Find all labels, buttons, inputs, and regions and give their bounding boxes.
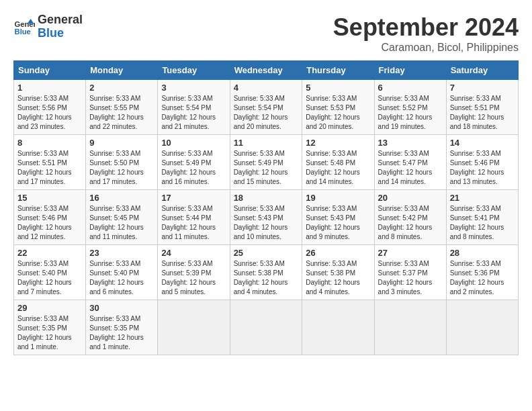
calendar-week-row: 1Sunrise: 5:33 AMSunset: 5:56 PMDaylight… (14, 80, 519, 135)
table-row: 4Sunrise: 5:33 AMSunset: 5:54 PMDaylight… (230, 80, 302, 135)
table-row: 16Sunrise: 5:33 AMSunset: 5:45 PMDayligh… (86, 190, 158, 245)
table-row: 25Sunrise: 5:33 AMSunset: 5:38 PMDayligh… (230, 245, 302, 300)
day-number: 27 (378, 248, 443, 258)
day-number: 28 (450, 248, 515, 258)
day-info: Sunrise: 5:33 AMSunset: 5:38 PMDaylight:… (306, 259, 370, 297)
day-number: 18 (234, 193, 299, 203)
table-row: 18Sunrise: 5:33 AMSunset: 5:43 PMDayligh… (230, 190, 302, 245)
location-subtitle: Caramoan, Bicol, Philippines (333, 42, 519, 54)
day-info: Sunrise: 5:33 AMSunset: 5:35 PMDaylight:… (89, 314, 154, 352)
logo: General Blue General Blue (13, 13, 83, 40)
table-row: 12Sunrise: 5:33 AMSunset: 5:48 PMDayligh… (302, 135, 374, 190)
calendar-header-row: Sunday Monday Tuesday Wednesday Thursday… (14, 61, 519, 80)
title-block: September 2024 Caramoan, Bicol, Philippi… (333, 13, 519, 54)
logo-text-general: General (38, 13, 83, 27)
day-info: Sunrise: 5:33 AMSunset: 5:52 PMDaylight:… (378, 94, 443, 132)
day-number: 24 (161, 248, 226, 258)
day-number: 1 (17, 83, 82, 93)
day-number: 22 (17, 248, 82, 258)
day-info: Sunrise: 5:33 AMSunset: 5:48 PMDaylight:… (306, 149, 370, 187)
day-number: 16 (89, 193, 154, 203)
table-row: 13Sunrise: 5:33 AMSunset: 5:47 PMDayligh… (374, 135, 446, 190)
day-info: Sunrise: 5:33 AMSunset: 5:53 PMDaylight:… (306, 94, 370, 132)
col-saturday: Saturday (446, 61, 518, 80)
table-row (446, 300, 518, 355)
day-info: Sunrise: 5:33 AMSunset: 5:50 PMDaylight:… (89, 149, 154, 187)
table-row: 2Sunrise: 5:33 AMSunset: 5:55 PMDaylight… (86, 80, 158, 135)
table-row: 15Sunrise: 5:33 AMSunset: 5:46 PMDayligh… (14, 190, 86, 245)
logo-icon: General Blue (13, 16, 35, 38)
table-row: 8Sunrise: 5:33 AMSunset: 5:51 PMDaylight… (14, 135, 86, 190)
day-number: 17 (161, 193, 226, 203)
day-info: Sunrise: 5:33 AMSunset: 5:56 PMDaylight:… (17, 94, 82, 132)
day-number: 8 (17, 138, 82, 148)
table-row: 1Sunrise: 5:33 AMSunset: 5:56 PMDaylight… (14, 80, 86, 135)
col-sunday: Sunday (14, 61, 86, 80)
table-row: 26Sunrise: 5:33 AMSunset: 5:38 PMDayligh… (302, 245, 374, 300)
calendar-week-row: 8Sunrise: 5:33 AMSunset: 5:51 PMDaylight… (14, 135, 519, 190)
table-row: 30Sunrise: 5:33 AMSunset: 5:35 PMDayligh… (86, 300, 158, 355)
day-info: Sunrise: 5:33 AMSunset: 5:41 PMDaylight:… (450, 204, 515, 242)
day-number: 4 (234, 83, 299, 93)
calendar-week-row: 22Sunrise: 5:33 AMSunset: 5:40 PMDayligh… (14, 245, 519, 300)
day-info: Sunrise: 5:33 AMSunset: 5:35 PMDaylight:… (17, 314, 82, 352)
table-row: 24Sunrise: 5:33 AMSunset: 5:39 PMDayligh… (158, 245, 230, 300)
table-row: 27Sunrise: 5:33 AMSunset: 5:37 PMDayligh… (374, 245, 446, 300)
day-info: Sunrise: 5:33 AMSunset: 5:40 PMDaylight:… (89, 259, 154, 297)
day-number: 14 (450, 138, 515, 148)
day-number: 15 (17, 193, 82, 203)
day-number: 29 (17, 303, 82, 313)
table-row: 17Sunrise: 5:33 AMSunset: 5:44 PMDayligh… (158, 190, 230, 245)
table-row: 3Sunrise: 5:33 AMSunset: 5:54 PMDaylight… (158, 80, 230, 135)
day-info: Sunrise: 5:33 AMSunset: 5:54 PMDaylight:… (161, 94, 226, 132)
logo-text-blue: Blue (38, 27, 83, 40)
day-number: 3 (161, 83, 226, 93)
month-year-title: September 2024 (333, 13, 519, 42)
col-friday: Friday (374, 61, 446, 80)
table-row: 21Sunrise: 5:33 AMSunset: 5:41 PMDayligh… (446, 190, 518, 245)
day-number: 25 (234, 248, 299, 258)
table-row: 20Sunrise: 5:33 AMSunset: 5:42 PMDayligh… (374, 190, 446, 245)
day-number: 13 (378, 138, 443, 148)
table-row (302, 300, 374, 355)
day-number: 20 (378, 193, 443, 203)
table-row: 10Sunrise: 5:33 AMSunset: 5:49 PMDayligh… (158, 135, 230, 190)
day-info: Sunrise: 5:33 AMSunset: 5:51 PMDaylight:… (450, 94, 515, 132)
day-number: 11 (234, 138, 299, 148)
day-info: Sunrise: 5:33 AMSunset: 5:39 PMDaylight:… (161, 259, 226, 297)
table-row: 28Sunrise: 5:33 AMSunset: 5:36 PMDayligh… (446, 245, 518, 300)
day-number: 23 (89, 248, 154, 258)
table-row: 29Sunrise: 5:33 AMSunset: 5:35 PMDayligh… (14, 300, 86, 355)
table-row: 22Sunrise: 5:33 AMSunset: 5:40 PMDayligh… (14, 245, 86, 300)
table-row: 5Sunrise: 5:33 AMSunset: 5:53 PMDaylight… (302, 80, 374, 135)
day-info: Sunrise: 5:33 AMSunset: 5:46 PMDaylight:… (17, 204, 82, 242)
day-info: Sunrise: 5:33 AMSunset: 5:37 PMDaylight:… (378, 259, 443, 297)
day-number: 19 (306, 193, 370, 203)
day-info: Sunrise: 5:33 AMSunset: 5:54 PMDaylight:… (234, 94, 299, 132)
day-number: 30 (89, 303, 154, 313)
table-row (158, 300, 230, 355)
day-number: 10 (161, 138, 226, 148)
col-wednesday: Wednesday (230, 61, 302, 80)
svg-text:Blue: Blue (15, 28, 31, 36)
calendar-week-row: 15Sunrise: 5:33 AMSunset: 5:46 PMDayligh… (14, 190, 519, 245)
table-row: 14Sunrise: 5:33 AMSunset: 5:46 PMDayligh… (446, 135, 518, 190)
day-number: 9 (89, 138, 154, 148)
table-row: 6Sunrise: 5:33 AMSunset: 5:52 PMDaylight… (374, 80, 446, 135)
day-number: 26 (306, 248, 370, 258)
day-info: Sunrise: 5:33 AMSunset: 5:40 PMDaylight:… (17, 259, 82, 297)
calendar-table: Sunday Monday Tuesday Wednesday Thursday… (13, 60, 519, 355)
day-info: Sunrise: 5:33 AMSunset: 5:55 PMDaylight:… (89, 94, 154, 132)
day-info: Sunrise: 5:33 AMSunset: 5:38 PMDaylight:… (234, 259, 299, 297)
table-row: 7Sunrise: 5:33 AMSunset: 5:51 PMDaylight… (446, 80, 518, 135)
table-row (230, 300, 302, 355)
day-info: Sunrise: 5:33 AMSunset: 5:36 PMDaylight:… (450, 259, 515, 297)
day-number: 2 (89, 83, 154, 93)
day-info: Sunrise: 5:33 AMSunset: 5:47 PMDaylight:… (378, 149, 443, 187)
col-tuesday: Tuesday (158, 61, 230, 80)
table-row: 19Sunrise: 5:33 AMSunset: 5:43 PMDayligh… (302, 190, 374, 245)
day-info: Sunrise: 5:33 AMSunset: 5:43 PMDaylight:… (234, 204, 299, 242)
day-info: Sunrise: 5:33 AMSunset: 5:44 PMDaylight:… (161, 204, 226, 242)
day-info: Sunrise: 5:33 AMSunset: 5:49 PMDaylight:… (161, 149, 226, 187)
day-number: 7 (450, 83, 515, 93)
